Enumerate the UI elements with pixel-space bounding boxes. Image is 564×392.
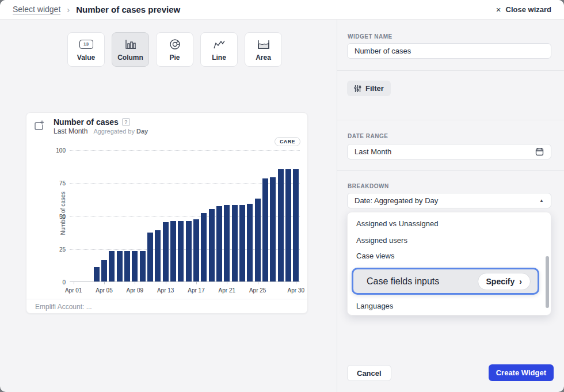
- chart-bar: [178, 221, 184, 281]
- chart-bar: [262, 178, 268, 281]
- breadcrumb-select-widget[interactable]: Select widget: [13, 5, 60, 15]
- widget-type-pie-label: Pie: [169, 54, 180, 62]
- chart-bar: [193, 219, 199, 281]
- chart-bar: [163, 222, 169, 281]
- chart-preview-card: Number of cases ? Last Month Aggregated …: [26, 112, 308, 314]
- account-label: Emplifi Account: ...: [35, 303, 92, 311]
- chart-bar: [117, 251, 123, 281]
- widget-type-column-label: Column: [117, 54, 143, 62]
- wizard-topbar: Select widget › Number of cases preview …: [0, 0, 564, 20]
- date-range-label: DATE RANGE: [348, 133, 388, 139]
- specify-button[interactable]: Specify ›: [478, 273, 531, 290]
- y-tick-label: 50: [43, 213, 66, 219]
- close-wizard-label: Close wizard: [506, 5, 551, 14]
- preview-panel: 13 Value Column Pie: [0, 20, 337, 392]
- cancel-button[interactable]: Cancel: [347, 365, 391, 381]
- wizard-content: 13 Value Column Pie: [0, 20, 564, 392]
- dropdown-option-languages[interactable]: Languages: [356, 302, 393, 310]
- widget-name-label: WIDGET NAME: [348, 33, 392, 40]
- y-tick-label: 100: [43, 147, 66, 154]
- y-tick-label: 25: [43, 246, 66, 252]
- section-divider: [337, 70, 564, 71]
- widget-wizard-modal: Select widget › Number of cases preview …: [0, 0, 564, 392]
- widget-type-value[interactable]: 13 Value: [67, 32, 105, 67]
- chart-bar: [132, 251, 138, 281]
- widget-type-area[interactable]: Area: [245, 32, 282, 67]
- x-tick-label: Apr 17: [182, 287, 211, 294]
- chart-bar: [255, 199, 261, 281]
- x-tick-mark: [296, 282, 296, 284]
- filter-sliders-icon: [354, 85, 361, 93]
- filter-button[interactable]: Filter: [347, 81, 391, 96]
- widget-name-input[interactable]: Number of cases: [347, 43, 551, 59]
- collapse-caret-icon: ▲: [539, 198, 544, 203]
- x-tick-mark: [135, 282, 135, 284]
- chart-bar: [155, 230, 161, 281]
- page-title: Number of cases preview: [76, 5, 180, 14]
- breakdown-select[interactable]: Date: Aggregated by Day ▲: [347, 193, 551, 208]
- x-tick-label: Apr 25: [243, 287, 272, 294]
- chart-bar: [101, 260, 107, 281]
- case-fields-inputs-label: Case fields inputs: [367, 276, 439, 287]
- breadcrumb-chevron-icon: ›: [67, 5, 70, 14]
- gridline: [70, 150, 300, 151]
- dropdown-option-assigned-vs-unassigned[interactable]: Assigned vs Unassigned: [356, 219, 438, 228]
- widget-type-area-label: Area: [256, 54, 271, 62]
- widget-type-selector: 13 Value Column Pie: [67, 32, 282, 67]
- widget-name-value: Number of cases: [355, 47, 411, 55]
- chart-bar: [147, 233, 153, 281]
- widget-type-line[interactable]: Line: [200, 32, 238, 67]
- x-tick-mark: [227, 282, 227, 284]
- bar-chart-plot: Number of cases 0255075100Apr 01Apr 05Ap…: [70, 150, 300, 282]
- x-tick-label: Apr 01: [59, 287, 88, 294]
- column-chart-icon: [124, 38, 137, 51]
- chart-card-footer: Emplifi Account: ...: [26, 299, 307, 314]
- x-tick-label: Apr 09: [120, 287, 149, 294]
- x-tick-label: Apr 30: [281, 287, 310, 294]
- chevron-right-icon: ›: [519, 277, 522, 286]
- widget-type-column[interactable]: Column: [112, 32, 149, 67]
- breakdown-label: BREAKDOWN: [348, 183, 389, 189]
- specify-label: Specify: [486, 277, 515, 286]
- chart-bar: [201, 213, 207, 281]
- widget-type-line-label: Line: [212, 54, 226, 62]
- create-widget-button[interactable]: Create Widget: [489, 364, 554, 381]
- chart-bar: [94, 267, 100, 281]
- chart-bar: [140, 251, 146, 281]
- calendar-icon: [535, 147, 544, 156]
- dropdown-option-case-fields-inputs[interactable]: Case fields inputs Specify ›: [352, 268, 539, 295]
- chart-bar: [232, 205, 238, 281]
- chart-bar: [109, 251, 115, 281]
- dropdown-scrollbar[interactable]: [546, 256, 549, 308]
- breakdown-dropdown: Assigned vs Unassigned Assigned users Ca…: [347, 212, 551, 315]
- case-add-icon: [33, 120, 45, 134]
- line-chart-icon: [212, 38, 226, 51]
- chart-bar: [224, 205, 230, 281]
- chart-bar: [285, 169, 291, 281]
- date-range-input[interactable]: Last Month: [347, 144, 551, 159]
- pie-chart-icon: [169, 38, 181, 51]
- chart-bar: [293, 169, 299, 281]
- section-divider: [337, 120, 564, 120]
- value-icon: 13: [79, 38, 93, 51]
- y-tick-label: 75: [43, 180, 66, 187]
- dropdown-option-case-views[interactable]: Case views: [356, 252, 394, 260]
- chart-title: Number of cases: [54, 117, 119, 127]
- x-tick-label: Apr 21: [212, 287, 241, 294]
- chart-bar: [124, 251, 130, 281]
- x-tick-mark: [166, 282, 166, 284]
- chart-bar: [216, 206, 222, 281]
- x-tick-mark: [74, 282, 74, 284]
- x-tick-mark: [196, 282, 197, 284]
- care-badge: CARE: [275, 137, 300, 146]
- widget-type-value-label: Value: [77, 54, 95, 62]
- chart-bar: [278, 169, 284, 281]
- help-icon[interactable]: ?: [122, 118, 130, 126]
- widget-type-pie[interactable]: Pie: [156, 32, 193, 67]
- dropdown-option-assigned-users[interactable]: Assigned users: [356, 236, 407, 245]
- chart-bar: [209, 209, 215, 281]
- x-tick-label: Apr 05: [90, 287, 119, 294]
- x-tick-mark: [258, 282, 258, 284]
- date-range-value: Last Month: [355, 147, 391, 156]
- close-wizard-button[interactable]: × Close wizard: [496, 5, 551, 14]
